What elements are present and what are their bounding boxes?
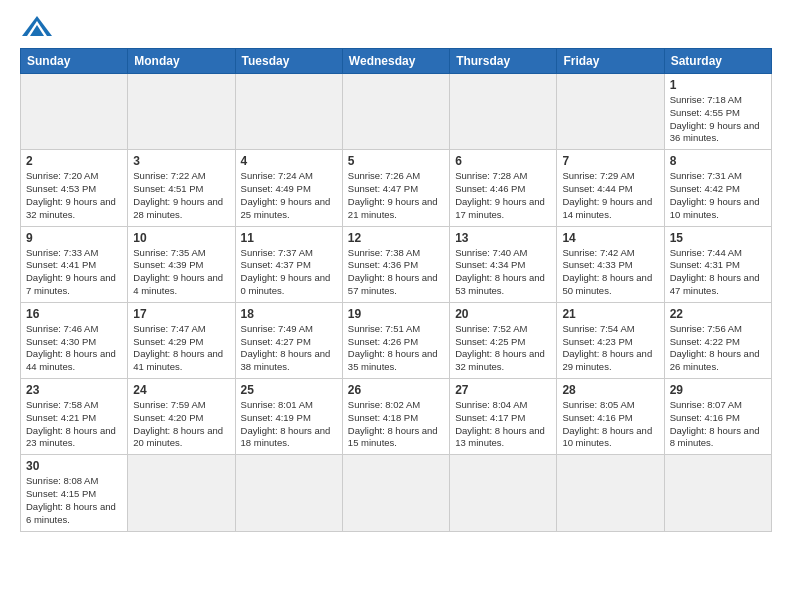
day-cell: 6Sunrise: 7:28 AM Sunset: 4:46 PM Daylig… (450, 150, 557, 226)
day-info: Sunrise: 7:59 AM Sunset: 4:20 PM Dayligh… (133, 399, 229, 450)
day-cell (235, 455, 342, 531)
logo-icon (22, 16, 52, 40)
day-number: 27 (455, 383, 551, 397)
day-cell: 26Sunrise: 8:02 AM Sunset: 4:18 PM Dayli… (342, 379, 449, 455)
day-info: Sunrise: 7:44 AM Sunset: 4:31 PM Dayligh… (670, 247, 766, 298)
day-cell: 22Sunrise: 7:56 AM Sunset: 4:22 PM Dayli… (664, 302, 771, 378)
day-info: Sunrise: 7:20 AM Sunset: 4:53 PM Dayligh… (26, 170, 122, 221)
calendar-body: 1Sunrise: 7:18 AM Sunset: 4:55 PM Daylig… (21, 74, 772, 532)
day-cell (557, 74, 664, 150)
day-cell: 3Sunrise: 7:22 AM Sunset: 4:51 PM Daylig… (128, 150, 235, 226)
day-info: Sunrise: 7:35 AM Sunset: 4:39 PM Dayligh… (133, 247, 229, 298)
day-number: 2 (26, 154, 122, 168)
day-number: 30 (26, 459, 122, 473)
day-cell: 11Sunrise: 7:37 AM Sunset: 4:37 PM Dayli… (235, 226, 342, 302)
day-info: Sunrise: 8:01 AM Sunset: 4:19 PM Dayligh… (241, 399, 337, 450)
day-cell: 14Sunrise: 7:42 AM Sunset: 4:33 PM Dayli… (557, 226, 664, 302)
day-number: 26 (348, 383, 444, 397)
day-info: Sunrise: 7:26 AM Sunset: 4:47 PM Dayligh… (348, 170, 444, 221)
day-cell (342, 455, 449, 531)
day-cell: 16Sunrise: 7:46 AM Sunset: 4:30 PM Dayli… (21, 302, 128, 378)
day-info: Sunrise: 7:28 AM Sunset: 4:46 PM Dayligh… (455, 170, 551, 221)
day-cell (557, 455, 664, 531)
week-row-0: 1Sunrise: 7:18 AM Sunset: 4:55 PM Daylig… (21, 74, 772, 150)
day-cell: 17Sunrise: 7:47 AM Sunset: 4:29 PM Dayli… (128, 302, 235, 378)
day-info: Sunrise: 8:07 AM Sunset: 4:16 PM Dayligh… (670, 399, 766, 450)
day-number: 19 (348, 307, 444, 321)
day-cell: 18Sunrise: 7:49 AM Sunset: 4:27 PM Dayli… (235, 302, 342, 378)
day-number: 22 (670, 307, 766, 321)
header (20, 16, 772, 40)
day-cell: 30Sunrise: 8:08 AM Sunset: 4:15 PM Dayli… (21, 455, 128, 531)
day-number: 4 (241, 154, 337, 168)
day-cell: 25Sunrise: 8:01 AM Sunset: 4:19 PM Dayli… (235, 379, 342, 455)
day-cell: 21Sunrise: 7:54 AM Sunset: 4:23 PM Dayli… (557, 302, 664, 378)
weekday-header-sunday: Sunday (21, 49, 128, 74)
day-info: Sunrise: 8:05 AM Sunset: 4:16 PM Dayligh… (562, 399, 658, 450)
day-cell: 10Sunrise: 7:35 AM Sunset: 4:39 PM Dayli… (128, 226, 235, 302)
day-cell: 20Sunrise: 7:52 AM Sunset: 4:25 PM Dayli… (450, 302, 557, 378)
day-info: Sunrise: 7:24 AM Sunset: 4:49 PM Dayligh… (241, 170, 337, 221)
day-number: 5 (348, 154, 444, 168)
day-cell (342, 74, 449, 150)
day-number: 7 (562, 154, 658, 168)
day-cell: 7Sunrise: 7:29 AM Sunset: 4:44 PM Daylig… (557, 150, 664, 226)
day-info: Sunrise: 7:38 AM Sunset: 4:36 PM Dayligh… (348, 247, 444, 298)
day-number: 18 (241, 307, 337, 321)
day-number: 16 (26, 307, 122, 321)
weekday-header-wednesday: Wednesday (342, 49, 449, 74)
logo-text (20, 16, 52, 40)
day-cell: 23Sunrise: 7:58 AM Sunset: 4:21 PM Dayli… (21, 379, 128, 455)
day-number: 1 (670, 78, 766, 92)
day-cell: 9Sunrise: 7:33 AM Sunset: 4:41 PM Daylig… (21, 226, 128, 302)
day-info: Sunrise: 7:49 AM Sunset: 4:27 PM Dayligh… (241, 323, 337, 374)
day-number: 9 (26, 231, 122, 245)
day-cell: 28Sunrise: 8:05 AM Sunset: 4:16 PM Dayli… (557, 379, 664, 455)
day-info: Sunrise: 7:37 AM Sunset: 4:37 PM Dayligh… (241, 247, 337, 298)
day-number: 13 (455, 231, 551, 245)
week-row-2: 9Sunrise: 7:33 AM Sunset: 4:41 PM Daylig… (21, 226, 772, 302)
day-info: Sunrise: 7:46 AM Sunset: 4:30 PM Dayligh… (26, 323, 122, 374)
day-info: Sunrise: 8:02 AM Sunset: 4:18 PM Dayligh… (348, 399, 444, 450)
day-info: Sunrise: 7:40 AM Sunset: 4:34 PM Dayligh… (455, 247, 551, 298)
day-number: 21 (562, 307, 658, 321)
week-row-5: 30Sunrise: 8:08 AM Sunset: 4:15 PM Dayli… (21, 455, 772, 531)
day-info: Sunrise: 7:18 AM Sunset: 4:55 PM Dayligh… (670, 94, 766, 145)
day-cell: 8Sunrise: 7:31 AM Sunset: 4:42 PM Daylig… (664, 150, 771, 226)
day-number: 17 (133, 307, 229, 321)
day-cell: 4Sunrise: 7:24 AM Sunset: 4:49 PM Daylig… (235, 150, 342, 226)
day-info: Sunrise: 8:04 AM Sunset: 4:17 PM Dayligh… (455, 399, 551, 450)
day-number: 25 (241, 383, 337, 397)
day-number: 11 (241, 231, 337, 245)
day-cell (235, 74, 342, 150)
calendar-header: SundayMondayTuesdayWednesdayThursdayFrid… (21, 49, 772, 74)
day-cell: 1Sunrise: 7:18 AM Sunset: 4:55 PM Daylig… (664, 74, 771, 150)
day-number: 6 (455, 154, 551, 168)
day-info: Sunrise: 7:33 AM Sunset: 4:41 PM Dayligh… (26, 247, 122, 298)
day-cell: 2Sunrise: 7:20 AM Sunset: 4:53 PM Daylig… (21, 150, 128, 226)
day-number: 12 (348, 231, 444, 245)
day-cell: 5Sunrise: 7:26 AM Sunset: 4:47 PM Daylig… (342, 150, 449, 226)
week-row-3: 16Sunrise: 7:46 AM Sunset: 4:30 PM Dayli… (21, 302, 772, 378)
day-number: 20 (455, 307, 551, 321)
day-info: Sunrise: 7:52 AM Sunset: 4:25 PM Dayligh… (455, 323, 551, 374)
day-cell (450, 455, 557, 531)
day-number: 29 (670, 383, 766, 397)
logo (20, 16, 52, 40)
day-cell (664, 455, 771, 531)
page: SundayMondayTuesdayWednesdayThursdayFrid… (0, 0, 792, 612)
day-info: Sunrise: 7:42 AM Sunset: 4:33 PM Dayligh… (562, 247, 658, 298)
day-number: 15 (670, 231, 766, 245)
day-info: Sunrise: 8:08 AM Sunset: 4:15 PM Dayligh… (26, 475, 122, 526)
day-cell (128, 74, 235, 150)
day-cell: 27Sunrise: 8:04 AM Sunset: 4:17 PM Dayli… (450, 379, 557, 455)
day-cell: 19Sunrise: 7:51 AM Sunset: 4:26 PM Dayli… (342, 302, 449, 378)
weekday-header-thursday: Thursday (450, 49, 557, 74)
day-info: Sunrise: 7:29 AM Sunset: 4:44 PM Dayligh… (562, 170, 658, 221)
day-info: Sunrise: 7:54 AM Sunset: 4:23 PM Dayligh… (562, 323, 658, 374)
day-info: Sunrise: 7:47 AM Sunset: 4:29 PM Dayligh… (133, 323, 229, 374)
day-cell: 24Sunrise: 7:59 AM Sunset: 4:20 PM Dayli… (128, 379, 235, 455)
day-info: Sunrise: 7:51 AM Sunset: 4:26 PM Dayligh… (348, 323, 444, 374)
weekday-header-monday: Monday (128, 49, 235, 74)
day-cell: 13Sunrise: 7:40 AM Sunset: 4:34 PM Dayli… (450, 226, 557, 302)
